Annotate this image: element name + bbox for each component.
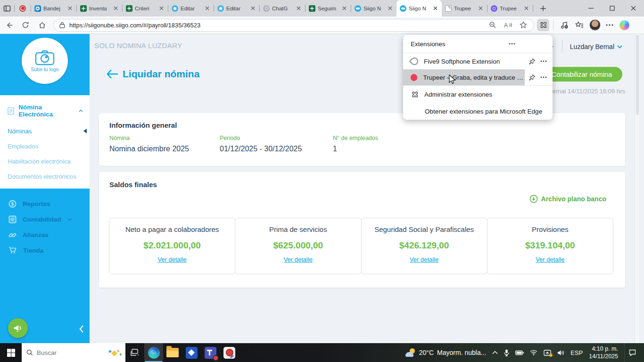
tab-criterios[interactable]: Criteri [123,0,168,16]
media-controls-icon[interactable] [558,19,570,31]
close-icon[interactable] [249,5,256,12]
close-icon[interactable] [432,5,438,12]
refresh-icon[interactable] [18,18,33,32]
close-icon[interactable] [204,5,210,12]
sidebar-collapse-icon[interactable] [79,325,84,333]
tab-editar-1[interactable]: Editar [168,0,214,16]
extension-options-icon[interactable] [540,76,547,78]
sidebar-item-habilitacion[interactable]: Habilitación electrónica [0,154,90,169]
close-icon[interactable] [295,5,302,12]
start-button[interactable] [0,343,22,362]
extension-item-five9[interactable]: Five9 Softphone Extension [403,53,553,69]
read-aloud-icon[interactable]: A [504,22,512,29]
workspaces-icon[interactable] [0,0,14,16]
tab-trupeer-2[interactable]: Trupee [487,0,533,16]
extensions-icon[interactable] [537,19,549,31]
pin-icon[interactable] [528,58,536,65]
manage-extensions-item[interactable]: Administrar extensiones [403,86,553,103]
tab-seguimiento[interactable]: Seguim [305,0,351,16]
sidebar-item-reportes[interactable]: Reportes [0,196,90,212]
tab-inventario[interactable]: Inventa [77,0,122,16]
copilot-icon[interactable] [619,20,629,30]
taskbar-file-explorer-icon[interactable] [163,343,182,362]
sidebar-item-documentos[interactable]: Documentos electrónicos [0,169,90,184]
profile-avatar[interactable] [589,19,601,31]
scrollbar-thumb[interactable] [636,35,639,115]
favorite-star-icon[interactable] [520,21,527,29]
tab-siigo-active[interactable]: Siigo N [396,0,442,16]
close-icon[interactable] [158,5,165,12]
ver-detalle-link[interactable]: Ver detalle [284,256,313,263]
back-arrow-icon[interactable] [107,70,118,78]
page-scrollbar[interactable] [635,34,639,343]
sidebar-section-nomina-electronica[interactable]: Nómina Electrónica [0,100,90,123]
weather-widget[interactable]: 20°C Mayorm. nubla... [405,348,487,357]
settings-menu-icon[interactable] [603,19,616,31]
close-window-button[interactable] [623,0,644,16]
taskbar-search[interactable] [22,343,125,362]
sidebar-item-alianzas[interactable]: Alianzas [0,227,90,243]
microphone-icon[interactable] [504,349,509,356]
tab-label: ChatG [272,6,293,11]
screen-share-icon[interactable] [544,350,551,356]
tab-recording-pinned[interactable] [15,0,31,16]
browser-tab-strip: Bandej Inventa Criteri Editar Editar Cha… [0,0,644,16]
sidebar-item-tienda[interactable]: Tienda [0,243,90,258]
task-view-icon[interactable] [125,343,144,362]
get-extensions-item[interactable]: Obtener extensiones para Microsoft Edge [403,103,553,120]
ver-detalle-link[interactable]: Ver detalle [157,256,186,263]
tray-chevron-up-icon[interactable] [492,351,498,354]
taskbar-recorder-icon[interactable] [220,343,239,362]
maximize-button[interactable] [602,0,623,16]
new-tab-button[interactable] [536,2,550,15]
close-icon[interactable] [523,5,529,12]
zoom-out-icon[interactable] [489,21,496,29]
taskbar-edge-icon[interactable] [144,343,163,362]
battery-icon[interactable] [515,350,524,355]
url-text[interactable]: https://siigonube.siigo.com/#/payroll/18… [69,22,485,29]
taskbar-clock[interactable]: 4:10 p. m. 14/11/2025 [589,345,618,361]
announcements-button[interactable] [8,318,28,338]
user-menu[interactable]: Luzdary Bernal [570,43,622,50]
field-value: Nomina diciembre 2025 [109,145,220,153]
excel-icon [80,5,87,12]
pin-icon[interactable] [528,74,536,81]
back-icon[interactable] [1,18,17,32]
close-icon[interactable] [477,5,484,12]
sidebar-item-label: Documentos electrónicos [8,173,76,180]
close-icon[interactable] [112,5,119,12]
sidebar-item-contabilidad[interactable]: Contabilidad [0,212,90,227]
tab-siigo-1[interactable]: Siigo N [351,0,396,16]
balance-title: Seguridad Social y Parafiscales [362,225,487,233]
collections-icon[interactable] [573,19,586,31]
sidebar-item-nominas[interactable]: Nóminas [0,123,90,139]
taskbar-teams-icon[interactable] [201,343,220,362]
search-input[interactable] [37,349,105,356]
tab-editar-2[interactable]: Editar [214,0,259,16]
extension-item-trupeer[interactable]: Trupeer – Graba, edita y traduce co... [403,69,553,85]
minimize-button[interactable] [580,0,602,16]
close-icon[interactable] [341,5,347,12]
close-icon[interactable] [66,5,73,12]
address-bar[interactable]: https://siigonube.siigo.com/#/payroll/18… [53,19,534,32]
extension-options-icon[interactable] [540,60,547,62]
language-indicator[interactable]: ESP [570,349,583,356]
speaker-icon[interactable] [557,350,564,356]
bank-file-link[interactable]: Archivo plano banco [529,195,606,203]
balance-amount: $2.021.000,00 [109,240,235,251]
sidebar: Sube tu logo Nómina Electrónica Nóminas … [0,34,90,343]
upload-logo-button[interactable]: Sube tu logo [22,38,68,84]
action-center-icon[interactable] [624,343,640,362]
contabilizar-button[interactable]: Contabilizar nómina [541,67,622,82]
ver-detalle-link[interactable]: Ver detalle [410,256,438,263]
sidebar-item-empleados[interactable]: Empleados [0,139,90,154]
taskbar-diamond-app-icon[interactable] [182,343,201,362]
wifi-icon[interactable] [530,350,537,355]
home-icon[interactable] [34,18,50,32]
close-icon[interactable] [387,5,393,12]
tab-chatgpt[interactable]: ChatG [260,0,305,16]
tab-bandeja[interactable]: Bandej [31,0,76,16]
extensions-more-icon[interactable] [479,43,546,45]
ver-detalle-link[interactable]: Ver detalle [536,256,564,263]
tab-trupeer-1[interactable]: Trupee [442,0,487,16]
